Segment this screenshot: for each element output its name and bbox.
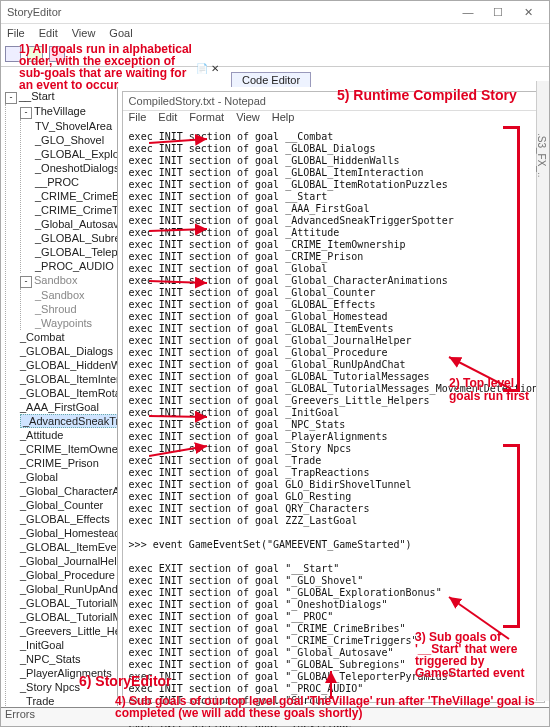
tree-item[interactable]: _Combat — [20, 331, 65, 343]
errors-panel[interactable]: Errors — [1, 707, 549, 726]
maximize-icon[interactable]: ☐ — [483, 6, 513, 19]
tree-item[interactable]: _CRIME_CrimeBribes — [35, 190, 118, 202]
tree-item[interactable]: _PlayerAlignments — [20, 667, 112, 679]
tree-item[interactable]: _Global_JournalHelper — [20, 555, 118, 567]
tree-item[interactable]: _Sandbox — [35, 289, 85, 301]
tab-strip: 📄 ✕ Code Editor — [1, 67, 549, 87]
document-close-icon[interactable]: 📄 ✕ — [196, 63, 219, 74]
tree-item[interactable]: _Global_Counter — [20, 499, 103, 511]
tree-item[interactable]: _Greevers_Little_Helpers — [20, 625, 118, 637]
tree-item[interactable]: _Global_Procedure — [20, 569, 115, 581]
menu-edit[interactable]: Edit — [39, 27, 58, 39]
tree-item[interactable]: _GLOBAL_Effects — [20, 513, 110, 525]
tree-item[interactable]: _InitGoal — [20, 639, 64, 651]
close-icon[interactable]: ✕ — [513, 6, 543, 19]
tree-item[interactable]: _GLOBAL_TutorialMessages — [20, 597, 118, 609]
notepad-content: exec INIT section of goal __Combat exec … — [123, 127, 544, 727]
minimize-icon[interactable]: — — [453, 6, 483, 18]
tree-item[interactable]: _Global_RunUpAndChat — [20, 583, 118, 595]
side-tab-label[interactable]: .S3_FX_.. — [536, 133, 547, 177]
menu-goal[interactable]: Goal — [109, 27, 132, 39]
np-menu-edit[interactable]: Edit — [158, 111, 177, 127]
menu-file[interactable]: File — [7, 27, 25, 39]
tree-item[interactable]: _AAA_FirstGoal — [20, 401, 99, 413]
toolbar-build-icon[interactable] — [49, 46, 65, 62]
tree-item[interactable]: _GLOBAL_ItemInteraction — [20, 373, 118, 385]
tree-item[interactable]: _GLOBAL_ExplorationBonus — [35, 148, 118, 160]
tree-item[interactable]: _AdvancedSneakTriggerSpotter — [20, 414, 118, 428]
tree-item[interactable]: TV_ShovelArea — [35, 120, 112, 132]
tree-item[interactable]: _Global_Autosave — [35, 218, 118, 230]
tree-item[interactable]: __PROC — [35, 176, 79, 188]
np-menu-format[interactable]: Format — [189, 111, 224, 127]
tree-item[interactable]: _CRIME_Prison — [20, 457, 99, 469]
toolbar-new-icon[interactable] — [5, 46, 21, 62]
tree-item[interactable]: _GLO_Shovel — [35, 134, 104, 146]
toolbar-save-icon[interactable] — [27, 46, 43, 62]
app-title: StoryEditor — [7, 6, 453, 18]
tree-item[interactable]: _GLOBAL_Dialogs — [20, 345, 113, 357]
tree-root[interactable]: __Start — [19, 90, 54, 102]
tab-code-editor[interactable]: Code Editor — [231, 72, 311, 87]
tree-item[interactable]: _Global_CharacterAnimations — [20, 485, 118, 497]
tree-item[interactable]: _PROC_AUDIO — [35, 260, 114, 272]
tree-item[interactable]: _Story Npcs — [20, 681, 80, 693]
tree-item[interactable]: _CRIME_ItemOwnership — [20, 443, 118, 455]
tree-item[interactable]: _Global — [20, 471, 58, 483]
toolbar — [1, 42, 549, 67]
notepad-title: CompiledStory.txt - Notepad — [129, 95, 266, 107]
tree-item[interactable]: _Attitude — [20, 429, 63, 441]
menu-view[interactable]: View — [72, 27, 96, 39]
np-menu-file[interactable]: File — [129, 111, 147, 127]
tree-item[interactable]: _GLOBAL_Subregions — [35, 232, 118, 244]
tree-item[interactable]: _OneshotDialogs — [35, 162, 118, 174]
goal-tree[interactable]: -__Start -TheVillage TV_ShovelArea_GLO_S… — [1, 87, 118, 706]
errors-label: Errors — [5, 708, 35, 720]
titlebar: StoryEditor — ☐ ✕ — [1, 1, 549, 24]
menubar: File Edit View Goal — [1, 24, 549, 42]
notepad-window: CompiledStory.txt - Notepad File Edit Fo… — [122, 91, 545, 703]
tree-item[interactable]: _CRIME_CrimeTriggers — [35, 204, 118, 216]
np-menu-view[interactable]: View — [236, 111, 260, 127]
tree-item[interactable]: _GLOBAL_TeleporterPyramids — [35, 246, 118, 258]
tree-item[interactable]: _GLOBAL_ItemEvents — [20, 541, 118, 553]
tree-item[interactable]: _Waypoints — [35, 317, 92, 329]
tree-item[interactable]: _GLOBAL_ItemRotationPuzzles — [20, 387, 118, 399]
notepad-menubar: File Edit Format View Help — [123, 111, 544, 127]
tree-item[interactable]: _Trade — [20, 695, 54, 706]
tree-item[interactable]: _GLOBAL_HiddenWalls — [20, 359, 118, 371]
side-tabstrip[interactable]: .S3_FX_.. — [536, 81, 549, 701]
tree-sandbox[interactable]: Sandbox — [34, 274, 77, 286]
tree-item[interactable]: _Shroud — [35, 303, 77, 315]
tree-item[interactable]: _GLOBAL_TutorialMessages_MovementDet — [20, 611, 118, 623]
tree-item[interactable]: _NPC_Stats — [20, 653, 81, 665]
tree-village[interactable]: TheVillage — [34, 105, 86, 117]
np-menu-help[interactable]: Help — [272, 111, 295, 127]
tree-item[interactable]: _Global_Homestead — [20, 527, 118, 539]
